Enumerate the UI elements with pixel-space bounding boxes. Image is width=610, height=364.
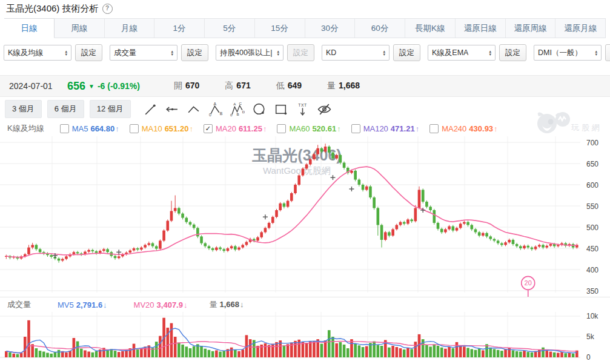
ma-legend-item-ma5[interactable]: MA5664.80↑ xyxy=(60,124,119,133)
checkbox-ma240[interactable] xyxy=(429,124,439,133)
high-value: 671 xyxy=(236,81,250,90)
angle-line-icon[interactable] xyxy=(185,101,202,117)
svg-text:10k: 10k xyxy=(586,312,598,320)
svg-text:B: B xyxy=(236,112,239,116)
period-tab-bar: 日線周線月線1分5分15分30分60分長期K線還原日線還原周線還原月線 xyxy=(4,18,606,38)
indicator-select-4[interactable]: K線及EMA▴▾ xyxy=(428,45,496,61)
svg-text:WantGoo 玩股網: WantGoo 玩股網 xyxy=(263,165,331,176)
drawing-toolbar: 3 個月6 個月12 個月0AB0ABCDTXT xyxy=(5,99,333,119)
tab-還原月線[interactable]: 還原月線 xyxy=(555,19,605,38)
hide-drawings-icon[interactable] xyxy=(316,101,333,117)
abc-wave-icon[interactable]: 0AB xyxy=(207,101,224,117)
quote-date: 2024-07-01 xyxy=(9,81,67,91)
select-updown-icon: ▴▾ xyxy=(65,50,67,56)
checkbox-ma120[interactable] xyxy=(351,124,360,133)
settings-button-3[interactable]: 設定 xyxy=(393,44,420,61)
settings-button-0[interactable]: 設定 xyxy=(75,44,102,61)
checkbox-ma20[interactable]: ✓ xyxy=(204,124,213,133)
volume-section-title: 成交量 xyxy=(7,299,31,310)
select-updown-icon: ▴▾ xyxy=(595,50,597,56)
indicator-select-1[interactable]: 成交量▴▾ xyxy=(110,45,177,61)
svg-text:400: 400 xyxy=(586,266,598,274)
indicator-select-2[interactable]: 持股400張以上|▴▾ xyxy=(216,45,283,61)
indicator-control-3: KD▴▾設定 xyxy=(322,44,420,61)
indicator-control-0: K線及均線▴▾設定 xyxy=(4,44,102,61)
range-button-1[interactable]: 3 個月 xyxy=(5,100,42,118)
checkbox-ma10[interactable] xyxy=(130,124,139,133)
main-price-chart[interactable]: 350400450500550600650700玉晶光(3406)WantGoo… xyxy=(0,136,610,297)
trend-line-icon[interactable] xyxy=(142,101,158,117)
ma-legend-item-ma240[interactable]: MA240430.93↑ xyxy=(429,124,497,133)
horizontal-line-icon[interactable] xyxy=(164,101,180,117)
quote-bar: 2024-07-01 656 ▼ -6 (-0.91%) 開670 高671 低… xyxy=(0,75,610,97)
indicator-select-5[interactable]: DMI（一般）▴▾ xyxy=(534,45,602,61)
open-label: 開 xyxy=(174,81,182,90)
tab-還原日線[interactable]: 還原日線 xyxy=(455,19,505,38)
open-value: 670 xyxy=(185,81,199,90)
settings-button-5[interactable]: 設定 xyxy=(605,44,610,61)
volume-chart[interactable]: 05k10k xyxy=(0,312,610,364)
checkbox-ma60[interactable] xyxy=(277,124,286,133)
tab-5分[interactable]: 5分 xyxy=(204,19,254,38)
indicator-select-3[interactable]: KD▴▾ xyxy=(322,45,390,61)
high-label: 高 xyxy=(225,81,233,90)
ellipse-tool-icon[interactable] xyxy=(251,101,267,117)
tab-15分[interactable]: 15分 xyxy=(254,19,305,38)
ma-period-marker[interactable]: 20 xyxy=(522,276,535,290)
settings-button-4[interactable]: 設定 xyxy=(499,44,526,61)
svg-text:A: A xyxy=(233,102,236,106)
ma-legend-item-ma10[interactable]: MA10651.20↑ xyxy=(130,124,193,133)
range-button-2[interactable]: 6 個月 xyxy=(47,100,84,118)
svg-text:550: 550 xyxy=(586,202,598,211)
svg-text:0: 0 xyxy=(230,112,233,116)
abcd-wave-icon[interactable]: 0ABCD xyxy=(229,101,245,117)
ma-legend-item-ma20[interactable]: ✓MA20611.25↑ xyxy=(204,124,267,133)
indicator-select-0[interactable]: K線及均線▴▾ xyxy=(4,45,71,61)
volume-label: 量 xyxy=(327,81,336,90)
select-updown-icon: ▴▾ xyxy=(277,50,279,56)
select-updown-icon: ▴▾ xyxy=(171,50,173,56)
quote-change: -6 (-0.91%) xyxy=(98,81,140,91)
svg-text:TXT: TXT xyxy=(298,102,307,107)
svg-text:600: 600 xyxy=(586,181,598,190)
range-button-3[interactable]: 12 個月 xyxy=(90,100,131,118)
ma-legend-row: K線及均線 MA5664.80↑MA10651.20↑✓MA20611.25↑M… xyxy=(7,122,508,134)
indicator-control-1: 成交量▴▾設定 xyxy=(110,44,208,61)
section-divider xyxy=(0,297,610,297)
svg-text:D: D xyxy=(242,109,245,113)
low-value: 649 xyxy=(288,81,302,90)
tab-還原周線[interactable]: 還原周線 xyxy=(505,19,555,38)
svg-text:B: B xyxy=(220,111,223,115)
low-label: 低 xyxy=(276,81,285,90)
price-down-arrow-icon: ▼ xyxy=(88,83,94,90)
svg-text:0: 0 xyxy=(586,353,591,362)
volume-value: 1,668 xyxy=(339,81,360,90)
text-tool-icon[interactable]: TXT xyxy=(294,101,311,117)
svg-text:20: 20 xyxy=(525,279,532,286)
tab-1分[interactable]: 1分 xyxy=(154,19,204,38)
ma-legend-item-ma60[interactable]: MA60520.61↑ xyxy=(277,124,340,133)
indicator-controls-row: K線及均線▴▾設定成交量▴▾設定持股400張以上|▴▾設定KD▴▾設定K線及EM… xyxy=(4,44,609,62)
help-icon[interactable]: ? xyxy=(102,4,113,14)
tab-日線[interactable]: 日線 xyxy=(4,18,55,38)
svg-text:650: 650 xyxy=(586,160,598,168)
svg-text:500: 500 xyxy=(586,223,598,232)
page-title: 玉晶光(3406) 技術分析 xyxy=(6,3,99,15)
tab-周線[interactable]: 周線 xyxy=(55,19,104,38)
mv20-legend: MV203,407.9↓ xyxy=(134,300,188,309)
svg-text:450: 450 xyxy=(586,245,598,253)
tab-月線[interactable]: 月線 xyxy=(104,19,154,38)
tab-30分[interactable]: 30分 xyxy=(305,19,355,38)
ma-legend-item-ma120[interactable]: MA120471.21↑ xyxy=(351,124,419,133)
checkbox-ma5[interactable] xyxy=(60,124,69,133)
svg-text:0: 0 xyxy=(209,112,211,116)
indicator-control-2: 持股400張以上|▴▾設定 xyxy=(216,44,314,61)
watermark-brand-text: 玩股網 xyxy=(571,123,602,132)
volume-legend: 量1,668↓ xyxy=(209,299,244,310)
tab-長期K線[interactable]: 長期K線 xyxy=(405,19,455,38)
rectangle-tool-icon[interactable] xyxy=(273,101,289,117)
indicator-control-4: K線及EMA▴▾設定 xyxy=(428,44,526,61)
quote-price: 656 xyxy=(67,80,85,93)
settings-button-1[interactable]: 設定 xyxy=(181,44,208,61)
tab-60分[interactable]: 60分 xyxy=(354,19,405,38)
